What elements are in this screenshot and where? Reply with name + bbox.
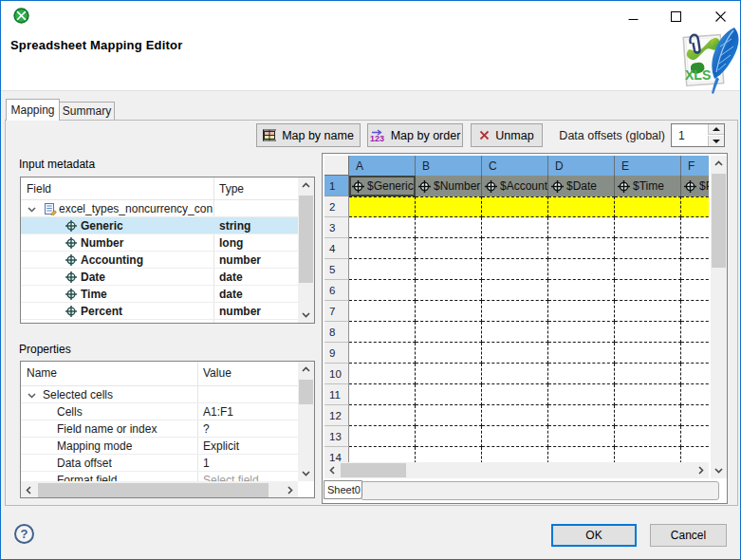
row-header-2[interactable]: 2 (324, 196, 349, 217)
cell-D12[interactable] (548, 405, 615, 426)
cell-A6[interactable] (349, 280, 416, 301)
cell-E6[interactable] (615, 280, 681, 301)
spinner-down-button[interactable] (708, 136, 724, 146)
cancel-button[interactable]: Cancel (650, 524, 727, 547)
cell-D4[interactable] (548, 238, 615, 259)
data-offsets-spinner[interactable]: 1 (671, 123, 725, 147)
cell-A10[interactable] (349, 364, 416, 384)
cell-B11[interactable] (416, 384, 482, 405)
cell-E9[interactable] (615, 343, 681, 364)
row-header-11[interactable]: 11 (324, 384, 349, 405)
cell-C3[interactable] (482, 217, 548, 238)
field-row-accounting[interactable]: Accountingnumber (21, 252, 298, 269)
cell-E12[interactable] (615, 405, 681, 426)
cell-E5[interactable] (615, 259, 681, 280)
cell-A5[interactable] (349, 259, 416, 280)
cell-F5[interactable] (681, 259, 709, 280)
cell-B8[interactable] (416, 322, 482, 343)
cell-D7[interactable] (548, 301, 615, 322)
close-button[interactable] (707, 7, 733, 26)
cell-F6[interactable] (681, 280, 709, 301)
cell-F11[interactable] (681, 384, 709, 405)
cell-B7[interactable] (416, 301, 482, 322)
cell-F8[interactable] (681, 322, 709, 343)
column-header-B[interactable]: B (416, 156, 482, 176)
cell-C11[interactable] (482, 384, 548, 405)
cell-C14[interactable] (482, 447, 548, 462)
scroll-down-button[interactable] (298, 465, 314, 481)
cell-C5[interactable] (482, 259, 548, 280)
row-header-7[interactable]: 7 (324, 301, 349, 322)
tab-mapping[interactable]: Mapping (6, 99, 60, 121)
scroll-thumb[interactable] (38, 483, 269, 497)
cell-D5[interactable] (548, 259, 615, 280)
map-by-name-button[interactable]: Map by name (256, 123, 361, 147)
cell-A3[interactable] (349, 217, 416, 238)
column-header-A[interactable]: A (349, 156, 416, 176)
cell-B10[interactable] (416, 364, 482, 384)
maximize-button[interactable] (662, 7, 689, 26)
cell-A12[interactable] (349, 405, 416, 426)
row-header-9[interactable]: 9 (324, 343, 349, 364)
cell-D9[interactable] (548, 343, 615, 364)
grid-vscrollbar[interactable] (711, 156, 727, 478)
selected-cells-group-row[interactable]: Selected cells (21, 386, 298, 403)
cell-B14[interactable] (416, 447, 482, 462)
scroll-thumb[interactable] (712, 174, 726, 268)
scroll-up-button[interactable] (298, 362, 314, 378)
cell-E8[interactable] (615, 322, 681, 343)
grid-hscrollbar[interactable] (324, 462, 709, 478)
mapped-cell-F1[interactable]: $Percent (681, 176, 709, 196)
mapped-cell-B1[interactable]: $Number (416, 176, 482, 196)
cell-F10[interactable] (681, 364, 709, 384)
row-header-12[interactable]: 12 (324, 405, 349, 426)
ok-button[interactable]: OK (551, 524, 637, 547)
scroll-right-button[interactable] (693, 462, 709, 478)
field-row-time[interactable]: Timedate (21, 286, 298, 303)
cell-E14[interactable] (615, 447, 681, 462)
field-row-number[interactable]: Numberlong (21, 234, 298, 252)
value-column-header[interactable]: Value (203, 362, 232, 384)
scroll-up-button[interactable] (711, 156, 727, 172)
map-by-order-button[interactable]: 123 Map by order (367, 123, 463, 147)
row-header-1[interactable]: 1 (324, 176, 349, 196)
name-column-header[interactable]: Name (27, 362, 57, 384)
properties-vscrollbar[interactable] (298, 362, 314, 481)
minimize-button[interactable] (620, 7, 646, 26)
cell-F4[interactable] (681, 238, 709, 259)
properties-hscrollbar[interactable] (21, 481, 298, 497)
spinner-up-button[interactable] (708, 124, 724, 135)
mapped-cell-E1[interactable]: $Time (615, 176, 681, 196)
cell-F14[interactable] (681, 447, 709, 462)
row-header-5[interactable]: 5 (324, 259, 349, 280)
cell-C7[interactable] (482, 301, 548, 322)
scroll-down-button[interactable] (298, 307, 314, 323)
spreadsheet-grid[interactable]: ABCDEF1234567891011121314$Generic$Number… (322, 153, 728, 504)
field-row-date[interactable]: Datedate (21, 269, 298, 286)
input-metadata-table[interactable]: FieldTypeexcel_types_noncurrency_conGene… (20, 177, 315, 324)
grid-viewport[interactable]: ABCDEF1234567891011121314$Generic$Number… (324, 156, 709, 462)
cell-D13[interactable] (548, 426, 615, 447)
cell-F3[interactable] (681, 217, 709, 238)
cell-E3[interactable] (615, 217, 681, 238)
cell-C10[interactable] (482, 364, 548, 384)
cell-A14[interactable] (349, 447, 416, 462)
scroll-left-button[interactable] (21, 482, 37, 498)
cell-F9[interactable] (681, 343, 709, 364)
cell-E10[interactable] (615, 364, 681, 384)
scroll-up-button[interactable] (298, 177, 314, 194)
cell-E4[interactable] (615, 238, 681, 259)
cell-B9[interactable] (416, 343, 482, 364)
cell-A2[interactable] (349, 196, 416, 217)
cell-F12[interactable] (681, 405, 709, 426)
row-header-8[interactable]: 8 (324, 322, 349, 343)
row-header-14[interactable]: 14 (324, 447, 349, 462)
cell-B6[interactable] (416, 280, 482, 301)
scroll-thumb[interactable] (341, 463, 406, 477)
sheet-tab-sheet0[interactable]: Sheet0 (324, 480, 362, 499)
cell-D10[interactable] (548, 364, 615, 384)
cell-C12[interactable] (482, 405, 548, 426)
cell-F13[interactable] (681, 426, 709, 447)
cell-A11[interactable] (349, 384, 416, 405)
column-header-E[interactable]: E (615, 156, 681, 176)
